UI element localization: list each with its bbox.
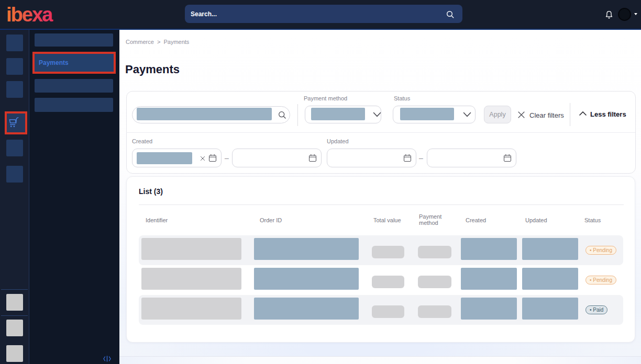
svg-text:ibexa: ibexa	[6, 5, 53, 24]
